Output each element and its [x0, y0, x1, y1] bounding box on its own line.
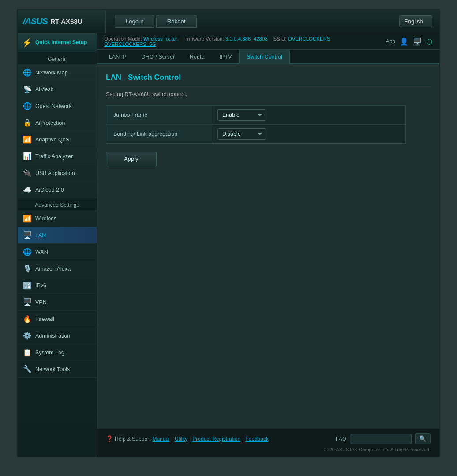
sidebar-label-traffic-analyzer: Traffic Analyzer	[35, 153, 73, 160]
jumbo-frame-value: Enable Disable	[212, 106, 405, 124]
sep3: |	[242, 436, 243, 442]
sidebar-item-administration[interactable]: ⚙️ Administration	[18, 327, 97, 344]
footer-links: ❓ Help & Support Manual | Utility | Prod…	[106, 433, 431, 444]
monitor-icon[interactable]: 🖥️	[413, 37, 422, 46]
sidebar-item-ipv6[interactable]: 🔢 IPv6	[18, 277, 97, 294]
bonding-row: Bonding/ Link aggregation Disable Enable	[106, 125, 405, 143]
sidebar-item-network-tools[interactable]: 🔧 Network Tools	[18, 361, 97, 378]
sidebar-item-adaptive-qos[interactable]: 📶 Adaptive QoS	[18, 131, 97, 148]
asus-logo: /ASUS	[23, 16, 48, 26]
user-icon[interactable]: 👤	[400, 37, 408, 46]
op-mode-value[interactable]: Wireless router	[143, 36, 177, 41]
sidebar-item-firewall[interactable]: 🔥 Firewall	[18, 311, 97, 327]
lan-icon: 🖥️	[23, 231, 32, 239]
page-content: LAN - Switch Control Setting RT-AX68U sw…	[97, 64, 439, 428]
vpn-icon: 🖥️	[23, 298, 32, 306]
amazon-alexa-icon: 🎙️	[23, 264, 32, 273]
sidebar-label-wireless: Wireless	[35, 216, 56, 222]
page-title: LAN - Switch Control	[106, 73, 431, 86]
product-reg-link[interactable]: Product Registration	[192, 436, 240, 442]
administration-icon: ⚙️	[23, 331, 32, 340]
sidebar-item-guest-network[interactable]: 🌐 Guest Network	[18, 98, 97, 115]
advanced-section-header: Advanced Settings	[18, 198, 97, 210]
tabs-bar: LAN IP DHCP Server Route IPTV Switch Con…	[97, 50, 439, 64]
bonding-select[interactable]: Disable Enable	[217, 128, 266, 140]
sidebar-item-aicloud[interactable]: ☁️ AiCloud 2.0	[18, 182, 97, 198]
help-icon: ❓	[106, 435, 113, 442]
ssid-label: SSID:	[273, 36, 287, 41]
sidebar-label-aiprotection: AiProtection	[35, 120, 65, 126]
quick-setup-label: Quick Internet Setup	[35, 39, 87, 46]
ssid-5g[interactable]: OVERCLOCKERS_5G	[104, 41, 156, 47]
network-map-icon: 🌐	[23, 68, 32, 77]
aimesh-icon: 📡	[23, 85, 32, 93]
faq-label: FAQ	[336, 436, 346, 442]
info-bar-left: Operation Mode: Wireless router Firmware…	[104, 36, 386, 47]
sidebar-item-amazon-alexa[interactable]: 🎙️ Amazon Alexa	[18, 260, 97, 277]
tab-route[interactable]: Route	[182, 50, 212, 64]
fw-label: Firmware Version:	[183, 36, 224, 41]
info-bar-right: App 👤 🖥️ ⬡	[386, 37, 432, 46]
feedback-link[interactable]: Feedback	[245, 436, 269, 442]
tab-dhcp-server[interactable]: DHCP Server	[134, 50, 182, 64]
main-panel: Operation Mode: Wireless router Firmware…	[97, 33, 439, 457]
language-select[interactable]: English	[399, 15, 432, 27]
jumbo-frame-select[interactable]: Enable Disable	[217, 109, 266, 121]
sidebar-label-usb-application: USB Application	[35, 170, 75, 176]
apply-btn-row: Apply	[106, 152, 431, 166]
firewall-icon: 🔥	[23, 315, 32, 323]
bonding-value: Disable Enable	[212, 125, 405, 143]
reboot-button[interactable]: Reboot	[156, 15, 197, 28]
general-section-header: General	[18, 52, 97, 64]
sidebar-item-aimesh[interactable]: 📡 AiMesh	[18, 81, 97, 98]
switch-control-form: Jumbo Frame Enable Disable Bonding/ Link…	[106, 105, 406, 144]
adaptive-qos-icon: 📶	[23, 135, 32, 144]
usb-application-icon: 🔌	[23, 169, 32, 177]
sidebar-item-aiprotection[interactable]: 🔒 AiProtection	[18, 115, 97, 131]
sidebar-item-lan[interactable]: 🖥️ LAN	[18, 227, 97, 244]
quick-internet-setup[interactable]: ⚡ Quick Internet Setup	[18, 33, 97, 52]
sidebar-item-system-log[interactable]: 📋 System Log	[18, 344, 97, 361]
apply-button[interactable]: Apply	[106, 152, 157, 166]
usb-icon[interactable]: ⬡	[426, 37, 432, 46]
sidebar-label-firewall: Firewall	[35, 316, 54, 322]
help-support-label: Help & Support	[115, 436, 150, 442]
ipv6-icon: 🔢	[23, 281, 32, 290]
tab-iptv[interactable]: IPTV	[212, 50, 239, 64]
fw-value[interactable]: 3.0.0.4.386_42808	[225, 36, 268, 41]
footer-faq: FAQ 🔍	[336, 433, 431, 444]
faq-search-input[interactable]	[350, 434, 412, 444]
network-tools-icon: 🔧	[23, 365, 32, 373]
sidebar-label-guest-network: Guest Network	[35, 103, 72, 109]
sidebar-label-ipv6: IPv6	[35, 283, 46, 289]
footer: ❓ Help & Support Manual | Utility | Prod…	[97, 428, 439, 457]
sidebar-item-wireless[interactable]: 📶 Wireless	[18, 210, 97, 227]
guest-network-icon: 🌐	[23, 102, 32, 110]
sep2: |	[189, 436, 191, 442]
aiprotection-icon: 🔒	[23, 119, 32, 127]
sidebar-item-wan[interactable]: 🌐 WAN	[18, 244, 97, 260]
op-mode-label: Operation Mode:	[104, 36, 142, 41]
tab-switch-control[interactable]: Switch Control	[239, 50, 290, 64]
sidebar-label-network-map: Network Map	[35, 70, 68, 76]
logo-area: /ASUS RT-AX68U	[18, 9, 106, 33]
logout-button[interactable]: Logout	[115, 15, 154, 28]
sidebar-item-vpn[interactable]: 🖥️ VPN	[18, 294, 97, 311]
wireless-icon: 📶	[23, 214, 32, 223]
sidebar-item-network-map[interactable]: 🌐 Network Map	[18, 64, 97, 81]
wan-icon: 🌐	[23, 248, 32, 256]
sidebar-item-usb-application[interactable]: 🔌 USB Application	[18, 165, 97, 182]
faq-search-button[interactable]: 🔍	[415, 433, 431, 444]
model-name: RT-AX68U	[50, 18, 82, 25]
aicloud-icon: ☁️	[23, 186, 32, 194]
sidebar-label-network-tools: Network Tools	[35, 366, 70, 372]
app-label: App	[386, 38, 395, 45]
utility-link[interactable]: Utility	[175, 436, 187, 442]
sidebar-item-traffic-analyzer[interactable]: 📊 Traffic Analyzer	[18, 148, 97, 165]
manual-link[interactable]: Manual	[152, 436, 169, 442]
ssid-2g[interactable]: OVERCLOCKERS	[288, 36, 330, 41]
sidebar-label-vpn: VPN	[35, 299, 47, 305]
system-log-icon: 📋	[23, 348, 32, 357]
tab-lan-ip[interactable]: LAN IP	[101, 50, 134, 64]
sidebar: ⚡ Quick Internet Setup General 🌐 Network…	[18, 33, 97, 457]
